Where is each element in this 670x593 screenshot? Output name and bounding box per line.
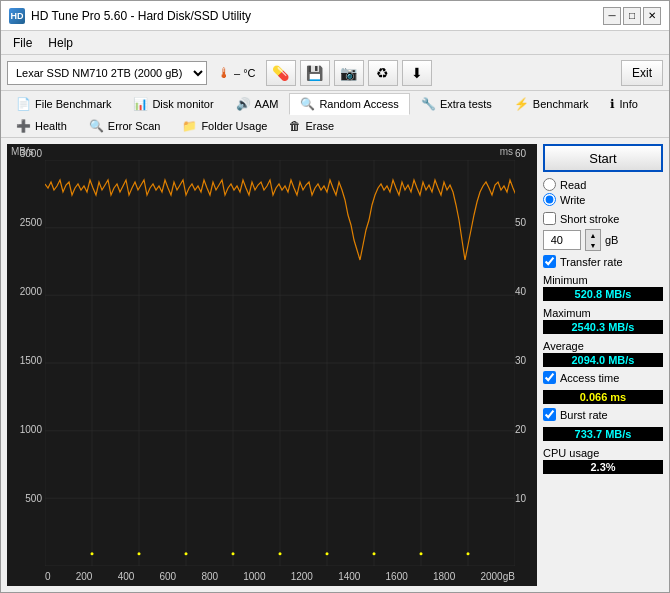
nav-tabs: 📄 File Benchmark 📊 Disk monitor 🔊 AAM 🔍 … — [1, 91, 669, 138]
tab-aam[interactable]: 🔊 AAM — [225, 93, 290, 115]
main-content: MB/s ms 3000 2500 2000 1500 1000 500 60 … — [1, 138, 669, 592]
access-time-value: 0.066 ms — [543, 390, 663, 404]
exit-button[interactable]: Exit — [621, 60, 663, 86]
maximize-button[interactable]: □ — [623, 7, 641, 25]
aam-icon: 🔊 — [236, 97, 251, 111]
tab-error-scan[interactable]: 🔍 Error Scan — [78, 115, 172, 137]
radio-group: Read Write — [543, 176, 663, 208]
average-label: Average — [543, 340, 663, 352]
toolbar-btn-1[interactable]: 💊 — [266, 60, 296, 86]
chart-canvas — [45, 160, 515, 566]
tab-file-benchmark[interactable]: 📄 File Benchmark — [5, 93, 122, 115]
access-time-checkbox[interactable] — [543, 371, 556, 384]
benchmark-icon: ⚡ — [514, 97, 529, 111]
access-time-dot — [279, 552, 282, 555]
average-section: Average 2094.0 MB/s — [543, 340, 663, 367]
tab-disk-monitor[interactable]: 📊 Disk monitor — [122, 93, 224, 115]
toolbar: Lexar SSD NM710 2TB (2000 gB) 🌡 – °C 💊 💾… — [1, 55, 669, 91]
tab-health[interactable]: ➕ Health — [5, 115, 78, 137]
access-time-dot — [138, 552, 141, 555]
cpu-usage-value: 2.3% — [543, 460, 663, 474]
minimum-value: 520.8 MB/s — [543, 287, 663, 301]
start-button[interactable]: Start — [543, 144, 663, 172]
stroke-down-btn[interactable]: ▼ — [586, 240, 600, 250]
toolbar-btn-2[interactable]: 💾 — [300, 60, 330, 86]
maximum-value: 2540.3 MB/s — [543, 320, 663, 334]
average-value: 2094.0 MB/s — [543, 353, 663, 367]
burst-rate-checkbox[interactable] — [543, 408, 556, 421]
write-radio[interactable] — [543, 193, 556, 206]
toolbar-btn-5[interactable]: ⬇ — [402, 60, 432, 86]
transfer-rate-checkbox-label[interactable]: Transfer rate — [543, 255, 663, 268]
cpu-usage-section: CPU usage 2.3% — [543, 447, 663, 474]
random-access-icon: 🔍 — [300, 97, 315, 111]
close-button[interactable]: ✕ — [643, 7, 661, 25]
tab-extra-tests[interactable]: 🔧 Extra tests — [410, 93, 503, 115]
erase-icon: 🗑 — [289, 119, 301, 133]
window-controls: ─ □ ✕ — [603, 7, 661, 25]
window-title: HD Tune Pro 5.60 - Hard Disk/SSD Utility — [31, 9, 251, 23]
tab-random-access[interactable]: 🔍 Random Access — [289, 93, 409, 115]
minimum-section: Minimum 520.8 MB/s — [543, 274, 663, 301]
menu-file[interactable]: File — [5, 34, 40, 52]
extra-tests-icon: 🔧 — [421, 97, 436, 111]
toolbar-btn-4[interactable]: ♻ — [368, 60, 398, 86]
read-label: Read — [560, 179, 586, 191]
stroke-unit: gB — [605, 234, 618, 246]
main-window: HD HD Tune Pro 5.60 - Hard Disk/SSD Util… — [0, 0, 670, 593]
tab-erase[interactable]: 🗑 Erase — [278, 115, 345, 137]
maximum-section: Maximum 2540.3 MB/s — [543, 307, 663, 334]
chart-svg — [45, 160, 515, 566]
stroke-row: ▲ ▼ gB — [543, 229, 663, 251]
y-axis-label-right: ms — [500, 146, 513, 157]
access-time-dot — [232, 552, 235, 555]
tab-benchmark[interactable]: ⚡ Benchmark — [503, 93, 600, 115]
read-radio-label[interactable]: Read — [543, 178, 663, 191]
maximum-label: Maximum — [543, 307, 663, 319]
chart-area: MB/s ms 3000 2500 2000 1500 1000 500 60 … — [7, 144, 537, 586]
y-axis-left-labels: 3000 2500 2000 1500 1000 500 — [7, 144, 45, 566]
short-stroke-checkbox[interactable] — [543, 212, 556, 225]
folder-usage-icon: 📁 — [182, 119, 197, 133]
title-bar: HD HD Tune Pro 5.60 - Hard Disk/SSD Util… — [1, 1, 669, 31]
short-stroke-label[interactable]: Short stroke — [543, 212, 663, 225]
access-time-dot — [326, 552, 329, 555]
access-time-dot — [420, 552, 423, 555]
access-time-dot — [91, 552, 94, 555]
temperature-display: 🌡 – °C — [211, 63, 262, 83]
app-icon: HD — [9, 8, 25, 24]
tab-info[interactable]: ℹ Info — [599, 93, 648, 115]
transfer-rate-checkbox[interactable] — [543, 255, 556, 268]
minimize-button[interactable]: ─ — [603, 7, 621, 25]
drive-select[interactable]: Lexar SSD NM710 2TB (2000 gB) — [7, 61, 207, 85]
access-time-checkbox-label[interactable]: Access time — [543, 371, 663, 384]
title-bar-left: HD HD Tune Pro 5.60 - Hard Disk/SSD Util… — [9, 8, 251, 24]
tab-folder-usage[interactable]: 📁 Folder Usage — [171, 115, 278, 137]
file-benchmark-icon: 📄 — [16, 97, 31, 111]
access-time-dot — [373, 552, 376, 555]
burst-rate-checkbox-label[interactable]: Burst rate — [543, 408, 663, 421]
thermometer-icon: 🌡 — [217, 65, 231, 81]
x-axis-labels: 0 200 400 600 800 1000 1200 1400 1600 18… — [45, 566, 515, 586]
burst-rate-section: 733.7 MB/s — [543, 427, 663, 441]
burst-rate-value: 733.7 MB/s — [543, 427, 663, 441]
y-axis-right-labels: 60 50 40 30 20 10 — [515, 144, 537, 566]
info-icon: ℹ — [610, 97, 615, 111]
toolbar-btn-3[interactable]: 📷 — [334, 60, 364, 86]
cpu-usage-label: CPU usage — [543, 447, 663, 459]
disk-monitor-icon: 📊 — [133, 97, 148, 111]
health-icon: ➕ — [16, 119, 31, 133]
read-radio[interactable] — [543, 178, 556, 191]
stroke-input[interactable] — [543, 230, 581, 250]
stroke-up-btn[interactable]: ▲ — [586, 230, 600, 240]
error-scan-icon: 🔍 — [89, 119, 104, 133]
access-time-dot — [185, 552, 188, 555]
access-time-dot — [467, 552, 470, 555]
menu-help[interactable]: Help — [40, 34, 81, 52]
minimum-label: Minimum — [543, 274, 663, 286]
write-radio-label[interactable]: Write — [543, 193, 663, 206]
temperature-value: – °C — [234, 67, 256, 79]
right-panel: Start Read Write Short stroke ▲ — [543, 144, 663, 586]
menu-bar: File Help — [1, 31, 669, 55]
write-label: Write — [560, 194, 585, 206]
